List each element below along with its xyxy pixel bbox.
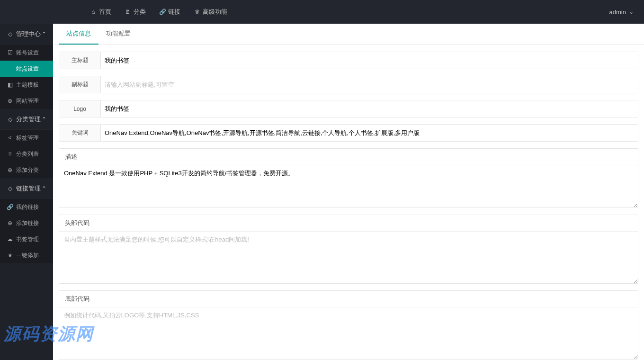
nav-icon: 🗎 [125,9,131,15]
header: ⌂首页🗎分类🔗链接♛高级功能 admin ⌄ [0,0,644,24]
item-icon: ≡ [7,151,13,157]
item-label: 网站管理 [16,97,39,105]
group-icon: ◇ [7,116,13,123]
sidebar: ◇管理中心⌃☑账号设置站点设置◧主题模板⊕网站管理◇分类管理⌃<标签管理≡分类列… [0,24,53,360]
user-name: admin [609,9,626,16]
label-logo: Logo [59,100,101,117]
textarea-foot-code[interactable] [59,307,638,359]
item-label: 我的链接 [16,203,39,211]
chevron-down-icon: ⌄ [628,9,635,15]
label-sub-title: 副标题 [59,76,101,93]
tab-0[interactable]: 站点信息 [59,24,98,45]
item-icon: ⊕ [7,98,13,104]
sidebar-item-2-2[interactable]: ☁书签管理 [0,231,53,247]
item-icon: ⊕ [7,220,13,226]
item-label: 一键添加 [16,252,39,260]
nav-label: 分类 [134,8,146,16]
tab-1[interactable]: 功能配置 [98,24,138,45]
sidebar-group-0[interactable]: ◇管理中心⌃ [0,24,53,45]
item-icon: ☁ [7,236,13,243]
nav-icon: ⌂ [90,9,97,15]
item-label: 账号设置 [16,49,39,57]
nav-menu: ⌂首页🗎分类🔗链接♛高级功能 [90,8,227,16]
nav-icon: ♛ [194,9,200,15]
nav-item-2[interactable]: 🔗链接 [159,8,180,16]
chevron-icon: ⌃ [41,31,47,37]
label-foot-code: 底部代码 [59,291,638,307]
sidebar-item-0-3[interactable]: ⊕网站管理 [0,93,53,109]
nav-item-1[interactable]: 🗎分类 [125,8,146,16]
sidebar-group-1[interactable]: ◇分类管理⌃ [0,109,53,130]
item-icon: ⊕ [7,167,13,173]
sidebar-item-2-0[interactable]: 🔗我的链接 [0,199,53,215]
textarea-head-code[interactable] [59,231,638,283]
sidebar-group-2[interactable]: ◇链接管理⌃ [0,178,53,199]
input-sub-title[interactable] [101,76,638,93]
group-icon: ◇ [7,185,13,192]
content: 站点信息功能配置 主标题 副标题 Logo 关键词 描述 [53,24,644,360]
row-sub-title: 副标题 [59,76,638,93]
nav-item-3[interactable]: ♛高级功能 [194,8,227,16]
input-logo[interactable] [101,100,638,117]
group-label: 链接管理 [16,184,41,193]
item-icon: ☑ [7,49,13,56]
item-icon: < [7,135,13,141]
row-main-title: 主标题 [59,52,638,69]
chevron-icon: ⌃ [41,116,47,123]
row-keywords: 关键词 [59,124,638,142]
item-icon: 🔗 [7,204,13,210]
nav-item-0[interactable]: ⌂首页 [90,8,111,16]
item-icon: ★ [7,252,13,259]
block-head-code: 头部代码 [59,215,638,284]
nav-label: 高级功能 [203,8,227,16]
sidebar-item-1-2[interactable]: ⊕添加分类 [0,162,53,178]
label-main-title: 主标题 [59,52,101,69]
tabs: 站点信息功能配置 [53,24,644,45]
label-description: 描述 [59,149,638,165]
chevron-icon: ⌃ [41,185,47,192]
sidebar-item-2-1[interactable]: ⊕添加链接 [0,215,53,231]
nav-label: 链接 [168,8,180,16]
sidebar-item-1-1[interactable]: ≡分类列表 [0,146,53,162]
input-main-title[interactable] [101,52,638,69]
group-icon: ◇ [7,31,13,37]
sidebar-item-1-0[interactable]: <标签管理 [0,130,53,146]
block-description: 描述 [59,148,638,208]
item-icon: ◧ [7,81,13,88]
row-logo: Logo [59,100,638,117]
group-label: 分类管理 [16,115,41,124]
item-icon [7,65,13,72]
sidebar-item-2-3[interactable]: ★一键添加 [0,247,53,263]
user-menu[interactable]: admin ⌄ [609,9,635,16]
label-keywords: 关键词 [59,125,101,141]
form-area: 主标题 副标题 Logo 关键词 描述 头部代码 [53,45,644,360]
sidebar-item-0-1[interactable]: 站点设置 [0,61,53,77]
sidebar-item-0-0[interactable]: ☑账号设置 [0,45,53,61]
nav-label: 首页 [99,8,111,16]
textarea-description[interactable] [59,165,638,207]
item-label: 添加链接 [16,219,39,227]
input-keywords[interactable] [101,125,638,141]
item-label: 添加分类 [16,166,39,174]
group-label: 管理中心 [16,30,41,38]
label-head-code: 头部代码 [59,215,638,231]
nav-icon: 🔗 [159,9,166,15]
item-label: 站点设置 [16,65,39,73]
item-label: 书签管理 [16,235,39,243]
block-foot-code: 底部代码 [59,290,638,360]
sidebar-item-0-2[interactable]: ◧主题模板 [0,77,53,93]
item-label: 主题模板 [16,81,39,89]
item-label: 分类列表 [16,150,39,158]
item-label: 标签管理 [16,134,39,142]
